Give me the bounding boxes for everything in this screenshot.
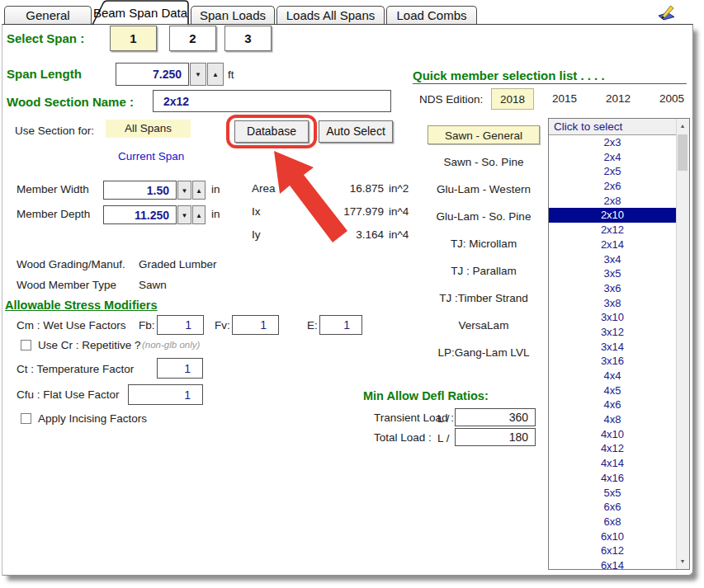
ix-value: 177.979: [309, 205, 384, 218]
size-item[interactable]: 3x14: [549, 340, 676, 355]
size-item[interactable]: 6x6: [549, 500, 676, 515]
category-item[interactable]: Glu-Lam - So. Pine: [428, 207, 540, 226]
size-item[interactable]: 6x12: [549, 543, 676, 558]
apply-incising-checkbox[interactable]: [21, 413, 31, 424]
all-spans-toggle[interactable]: All Spans: [106, 120, 191, 138]
span-length-input[interactable]: [116, 63, 189, 86]
scrollbar-thumb[interactable]: [678, 134, 687, 171]
size-item[interactable]: 5x5: [549, 486, 676, 501]
use-cr-note: (non-glb only): [142, 340, 200, 350]
size-item[interactable]: 2x4: [549, 150, 676, 165]
auto-select-button[interactable]: Auto Select: [319, 120, 393, 143]
member-depth-spin-up-icon[interactable]: ▲: [192, 205, 206, 224]
area-value: 16.875: [309, 182, 384, 195]
size-item[interactable]: 2x12: [549, 223, 676, 238]
member-depth-input[interactable]: [103, 205, 177, 224]
scroll-up-icon[interactable]: ▲: [677, 120, 688, 133]
scroll-down-icon[interactable]: ▼: [677, 555, 688, 568]
size-item[interactable]: 3x5: [549, 266, 676, 281]
size-item[interactable]: 3x4: [549, 252, 676, 267]
size-item[interactable]: 2x3: [549, 135, 676, 150]
wood-member-type-value: Sawn: [139, 279, 167, 291]
size-item[interactable]: 2x5: [549, 164, 676, 179]
size-item[interactable]: 6x10: [549, 529, 676, 544]
category-item[interactable]: VersaLam: [428, 316, 540, 335]
size-item[interactable]: 3x12: [549, 325, 676, 340]
use-cr-checkbox[interactable]: [21, 340, 31, 350]
defl-ratios-heading: Min Allow Defl Ratios:: [363, 389, 489, 402]
size-item[interactable]: 4x8: [549, 412, 676, 427]
size-item[interactable]: 3x6: [549, 281, 676, 296]
member-width-label: Member Width: [17, 183, 89, 195]
member-width-input[interactable]: [103, 181, 177, 200]
e-input[interactable]: [319, 315, 362, 335]
tab-beam-span-data[interactable]: Beam Span Data: [92, 2, 189, 24]
fv-input[interactable]: [232, 315, 279, 335]
database-button[interactable]: Database: [234, 120, 309, 143]
category-item[interactable]: Sawn - So. Pine: [428, 153, 540, 172]
size-item[interactable]: 6x14: [549, 558, 676, 569]
category-item[interactable]: Glu-Lam - Western: [428, 180, 540, 199]
category-item[interactable]: TJ: Microllam: [428, 234, 540, 253]
nds-edition-label: NDS Edition:: [419, 93, 483, 106]
size-item[interactable]: 3x8: [549, 296, 676, 311]
span-button-1[interactable]: 1: [110, 26, 157, 51]
wood-section-name-label: Wood Section Name :: [7, 95, 134, 109]
size-item[interactable]: 4x5: [549, 383, 676, 398]
stress-modifiers-heading: Allowable Stress Modifiers: [5, 299, 158, 312]
quick-list-heading: Quick member selection list . . . .: [413, 68, 605, 82]
size-list-items: 2x32x42x52x62x82x102x122x143x43x53x63x83…: [549, 135, 676, 569]
cfu-input[interactable]: [128, 384, 203, 405]
member-depth-label: Member Depth: [17, 208, 90, 220]
span-button-3[interactable]: 3: [224, 26, 272, 51]
size-item[interactable]: 2x8: [549, 194, 676, 209]
nds-edition-2018[interactable]: 2018: [491, 88, 534, 110]
tab-span-loads[interactable]: Span Loads: [191, 6, 275, 24]
size-item[interactable]: 4x14: [549, 456, 676, 471]
span-length-spin-up-icon[interactable]: ▲: [207, 63, 224, 86]
pencil-icon[interactable]: [655, 2, 677, 21]
total-load-input[interactable]: [455, 428, 536, 446]
member-width-unit: in: [211, 183, 220, 195]
wood-section-name-input[interactable]: [153, 90, 391, 112]
size-item[interactable]: 4x4: [549, 369, 676, 383]
cfu-label: Cfu : Flat Use Factor: [17, 388, 120, 401]
transient-load-input[interactable]: [455, 408, 536, 426]
span-button-2[interactable]: 2: [169, 26, 216, 51]
tab-general[interactable]: General: [4, 6, 92, 24]
size-item[interactable]: 2x10: [549, 208, 676, 223]
cm-wet-use-label: Cm : Wet Use Factors: [17, 319, 126, 332]
size-item[interactable]: 2x14: [549, 238, 676, 252]
size-item[interactable]: 4x12: [549, 441, 676, 456]
tab-load-combs[interactable]: Load Combs: [386, 6, 477, 24]
nds-edition-2012[interactable]: 2012: [597, 88, 640, 110]
size-item[interactable]: 4x6: [549, 397, 676, 412]
member-width-spin-up-icon[interactable]: ▲: [192, 181, 206, 200]
size-item[interactable]: 6x8: [549, 515, 676, 529]
size-item[interactable]: 3x16: [549, 354, 676, 369]
tab-loads-all-spans[interactable]: Loads All Spans: [276, 6, 385, 24]
area-unit: in^2: [389, 182, 409, 195]
member-depth-spin-down-icon[interactable]: ▼: [177, 205, 191, 224]
category-item[interactable]: Sawn - General: [428, 125, 540, 144]
iy-label: Iy: [252, 228, 261, 241]
nds-edition-2015[interactable]: 2015: [543, 88, 586, 110]
span-length-spin-down-icon[interactable]: ▼: [190, 63, 206, 86]
iy-value: 3.164: [309, 228, 384, 241]
size-item[interactable]: 3x10: [549, 310, 676, 325]
category-item[interactable]: TJ :Timber Strand: [428, 289, 540, 308]
category-item[interactable]: TJ : Parallam: [428, 261, 540, 280]
ct-input[interactable]: [157, 358, 203, 379]
current-span-toggle[interactable]: Current Span: [118, 150, 184, 162]
total-load-prefix: L /: [437, 432, 450, 445]
size-item[interactable]: 4x16: [549, 471, 676, 486]
size-list-scrollbar[interactable]: ▲ ▼: [676, 119, 689, 569]
size-item[interactable]: 4x10: [549, 427, 676, 442]
use-section-for-label: Use Section for:: [15, 125, 94, 137]
member-width-spin-down-icon[interactable]: ▼: [177, 181, 191, 200]
nds-edition-2005[interactable]: 2005: [650, 88, 693, 110]
wood-grading-value: Graded Lumber: [139, 258, 217, 270]
category-item[interactable]: LP:Gang-Lam LVL: [428, 343, 540, 362]
fb-input[interactable]: [157, 315, 204, 335]
size-item[interactable]: 2x6: [549, 179, 676, 194]
